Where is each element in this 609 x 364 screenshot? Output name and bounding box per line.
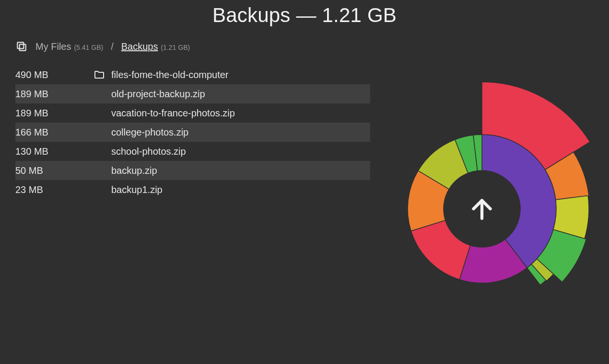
breadcrumb-root-size: (5.41 GB) [74, 44, 103, 51]
svg-rect-1 [17, 42, 23, 48]
file-size: 189 MB [15, 108, 87, 119]
copy-icon[interactable] [15, 40, 28, 53]
file-name: old-project-backup.zip [111, 89, 370, 100]
breadcrumb: My Files (5.41 GB) / Backups (1.21 GB) [0, 27, 609, 57]
folder-icon [87, 69, 111, 80]
file-row[interactable]: 189 MB old-project-backup.zip [15, 84, 370, 103]
file-size: 490 MB [15, 69, 87, 80]
sunburst-chart[interactable] [372, 65, 592, 333]
file-name: vacation-to-france-photos.zip [111, 108, 370, 119]
svg-rect-0 [20, 45, 26, 51]
breadcrumb-root[interactable]: My Files (5.41 GB) [35, 41, 103, 52]
title-size: 1.21 GB [322, 4, 397, 26]
file-size: 50 MB [15, 165, 87, 176]
breadcrumb-root-label: My Files [35, 41, 71, 52]
file-row[interactable]: 23 MB backup1.zip [15, 180, 370, 199]
file-name: college-photos.zip [111, 127, 370, 138]
file-row[interactable]: 189 MB vacation-to-france-photos.zip [15, 103, 370, 123]
file-name: files-fome-the-old-computer [111, 69, 370, 80]
file-size: 189 MB [15, 89, 87, 100]
title-folder: Backups [212, 4, 291, 26]
title-sep: — [291, 4, 322, 26]
page-title: Backups — 1.21 GB [0, 0, 609, 27]
up-button[interactable] [444, 171, 520, 247]
file-row[interactable]: 166 MB college-photos.zip [15, 123, 370, 142]
file-name: backup.zip [111, 165, 370, 176]
file-size: 130 MB [15, 146, 87, 157]
breadcrumb-current-size: (1.21 GB) [161, 44, 190, 51]
breadcrumb-current-label: Backups [121, 41, 158, 52]
file-row[interactable]: 130 MB school-photos.zip [15, 142, 370, 161]
file-row[interactable]: 490 MB files-fome-the-old-computer [15, 65, 370, 84]
file-table: 490 MB files-fome-the-old-computer 189 M… [15, 65, 370, 333]
file-name: school-photos.zip [111, 146, 370, 157]
file-row[interactable]: 50 MB backup.zip [15, 161, 370, 180]
breadcrumb-sep: / [111, 41, 114, 52]
file-size: 166 MB [15, 127, 87, 138]
breadcrumb-current[interactable]: Backups (1.21 GB) [121, 41, 190, 52]
arrow-up-icon [468, 194, 496, 223]
file-size: 23 MB [15, 184, 87, 195]
file-name: backup1.zip [111, 184, 370, 195]
